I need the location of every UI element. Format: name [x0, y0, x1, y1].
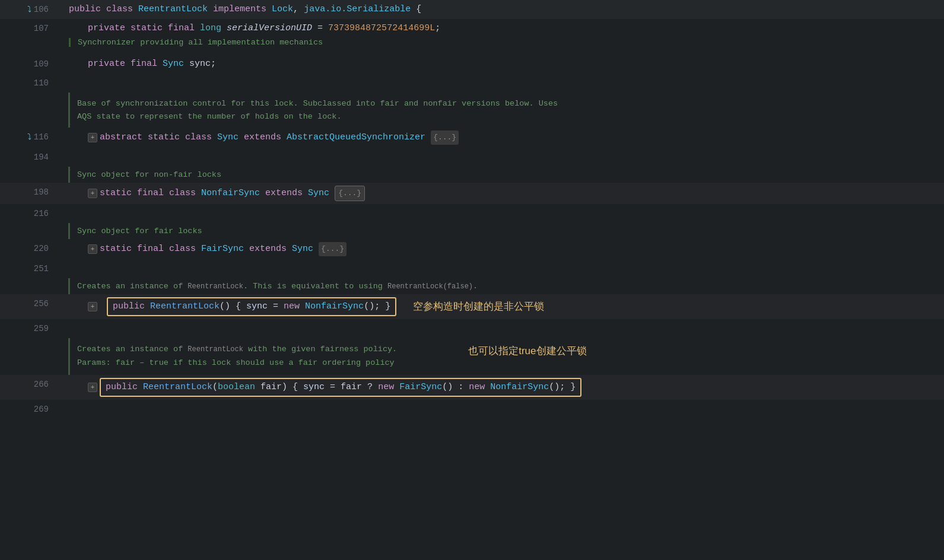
code-line-259: 259	[0, 319, 944, 338]
expand-btn-116[interactable]: +	[88, 133, 97, 142]
line-number-198: 198	[0, 183, 59, 202]
code-line-220: 220 + static final class FairSync extend…	[0, 239, 944, 259]
doc-comment-nonfair: Sync object for non-fair locks	[68, 167, 944, 183]
code-line-216: 216	[0, 204, 944, 223]
line-content-266: + public ReentrantLock(boolean fair) { s…	[59, 375, 944, 400]
line-number-259: 259	[0, 319, 59, 338]
fold-icon[interactable]: ⤵	[27, 0, 31, 19]
line-number-269: 269	[0, 400, 59, 419]
code-line-198: 198 + static final class NonfairSync ext…	[0, 183, 944, 204]
expand-btn-220[interactable]: +	[88, 244, 97, 254]
expand-btn-266[interactable]: +	[88, 383, 97, 392]
line-number-216: 216	[0, 204, 59, 223]
line-number-194: 194	[0, 148, 59, 167]
line-number-266: 266	[0, 375, 59, 394]
doc-text: Synchronizer providing all implementatio…	[69, 38, 323, 47]
code-line-110: 110	[0, 74, 944, 93]
line-number-106: ⤵ 106	[0, 0, 59, 19]
code-line-106: ⤵ 106 public class ReentrantLock impleme…	[0, 0, 944, 19]
code-line-116: ⤵ 116 + abstract static class Sync exten…	[0, 128, 944, 148]
line-number-109: 109	[0, 55, 59, 74]
line-content-256: + public ReentrantLock() { sync = new No…	[59, 294, 944, 319]
code-line-256: 256 + public ReentrantLock() { sync = ne…	[0, 294, 944, 319]
line-content-116: + abstract static class Sync extends Abs…	[59, 128, 944, 148]
line-number-256: 256	[0, 294, 59, 313]
doc-comment-sync-class: Base of synchronization control for this…	[68, 93, 944, 128]
line-number-107: 107	[0, 19, 59, 38]
line-content-107: private static final long serialVersionU…	[59, 19, 944, 38]
doc-comment-fair: Sync object for fair locks	[68, 223, 944, 239]
highlighted-code-256: public ReentrantLock() { sync = new Nonf…	[107, 297, 396, 316]
line-number-116: ⤵ 116	[0, 128, 59, 147]
line-content-198: + static final class NonfairSync extends…	[59, 183, 944, 204]
expand-btn-198[interactable]: +	[88, 189, 97, 198]
line-content-106: public class ReentrantLock implements Lo…	[59, 0, 944, 19]
line-content-109: private final Sync sync;	[59, 55, 944, 74]
collapsed-198: {...}	[335, 186, 365, 201]
code-editor: ⤵ 106 public class ReentrantLock impleme…	[0, 0, 944, 560]
expand-btn-256[interactable]: +	[88, 302, 97, 311]
annotation-256: 空参构造时创建的是非公平锁	[413, 300, 544, 313]
line-content-220: + static final class FairSync extends Sy…	[59, 239, 944, 259]
doc-comment-constructor-default: Creates an instance of ReentrantLock. Th…	[68, 278, 944, 294]
doc-comment-constructor-fair: Creates an instance of ReentrantLock wit…	[68, 338, 944, 375]
fold-icon-116[interactable]: ⤵	[27, 128, 31, 147]
code-line-251: 251	[0, 259, 944, 278]
code-line-269: 269	[0, 400, 944, 419]
code-line-109: 109 private final Sync sync;	[0, 55, 944, 74]
code-line-266: 266 + public ReentrantLock(boolean fair)…	[0, 375, 944, 400]
line-number-251: 251	[0, 259, 59, 278]
code-line-194: 194	[0, 148, 944, 167]
doc-comment-sync-provider: Synchronizer providing all implementatio…	[0, 38, 944, 55]
annotation-266-top: 也可以指定true创建公平锁	[468, 343, 586, 360]
line-number-110: 110	[0, 74, 59, 93]
code-line-107: 107 private static final long serialVers…	[0, 19, 944, 38]
line-number-220: 220	[0, 239, 59, 258]
highlighted-code-266: public ReentrantLock(boolean fair) { syn…	[100, 378, 581, 397]
